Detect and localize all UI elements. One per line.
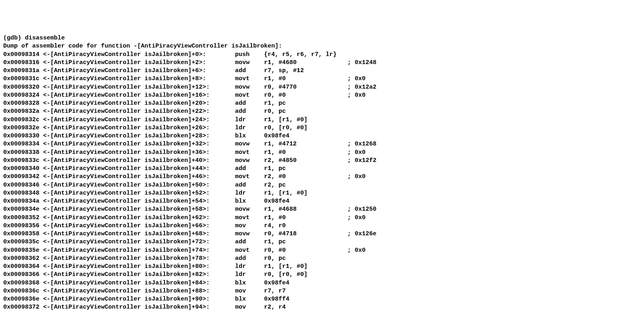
asm-row: 0x00098358 <-[AntiPiracyViewController i…: [3, 230, 641, 238]
asm-row: 0x0009832e <-[AntiPiracyViewController i…: [3, 124, 641, 132]
asm-row: 0x00098340 <-[AntiPiracyViewController i…: [3, 165, 641, 173]
asm-row: 0x0009835c <-[AntiPiracyViewController i…: [3, 238, 641, 246]
asm-row: 0x0009831c <-[AntiPiracyViewController i…: [3, 75, 641, 83]
asm-row: 0x0009834a <-[AntiPiracyViewController i…: [3, 197, 641, 205]
asm-row: 0x00098356 <-[AntiPiracyViewController i…: [3, 222, 641, 230]
asm-row: 0x0009831a <-[AntiPiracyViewController i…: [3, 67, 641, 75]
asm-row: 0x0009834e <-[AntiPiracyViewController i…: [3, 205, 641, 214]
gdb-disassembly-output: (gdb) disassembleDump of assembler code …: [3, 34, 641, 312]
asm-row: 0x0009835e <-[AntiPiracyViewController i…: [3, 247, 641, 255]
asm-row: 0x00098334 <-[AntiPiracyViewController i…: [3, 140, 641, 148]
asm-row: 0x00098330 <-[AntiPiracyViewController i…: [3, 132, 641, 140]
asm-row: 0x00098352 <-[AntiPiracyViewController i…: [3, 214, 641, 222]
dump-header: Dump of assembler code for function -[An…: [3, 42, 641, 50]
asm-row: 0x00098364 <-[AntiPiracyViewController i…: [3, 263, 641, 271]
asm-row: 0x00098320 <-[AntiPiracyViewController i…: [3, 83, 641, 91]
asm-row: 0x00098346 <-[AntiPiracyViewController i…: [3, 181, 641, 189]
asm-row: 0x00098348 <-[AntiPiracyViewController i…: [3, 189, 641, 197]
asm-row: 0x00098362 <-[AntiPiracyViewController i…: [3, 255, 641, 263]
asm-row: 0x00098328 <-[AntiPiracyViewController i…: [3, 100, 641, 108]
asm-row: 0x0009832a <-[AntiPiracyViewController i…: [3, 108, 641, 116]
asm-row: 0x0009836e <-[AntiPiracyViewController i…: [3, 295, 641, 303]
asm-row: 0x0009833c <-[AntiPiracyViewController i…: [3, 157, 641, 165]
asm-row: 0x00098316 <-[AntiPiracyViewController i…: [3, 59, 641, 67]
asm-row: 0x00098368 <-[AntiPiracyViewController i…: [3, 279, 641, 287]
asm-row: 0x00098372 <-[AntiPiracyViewController i…: [3, 303, 641, 311]
asm-row: 0x00098324 <-[AntiPiracyViewController i…: [3, 91, 641, 100]
asm-row: 0x00098314 <-[AntiPiracyViewController i…: [3, 51, 641, 59]
gdb-prompt[interactable]: (gdb) disassemble: [3, 34, 641, 42]
asm-row: 0x00098342 <-[AntiPiracyViewController i…: [3, 173, 641, 181]
asm-row: 0x00098338 <-[AntiPiracyViewController i…: [3, 149, 641, 157]
asm-row: 0x00098366 <-[AntiPiracyViewController i…: [3, 271, 641, 279]
asm-row: 0x0009836c <-[AntiPiracyViewController i…: [3, 287, 641, 295]
asm-row: 0x0009832c <-[AntiPiracyViewController i…: [3, 116, 641, 124]
